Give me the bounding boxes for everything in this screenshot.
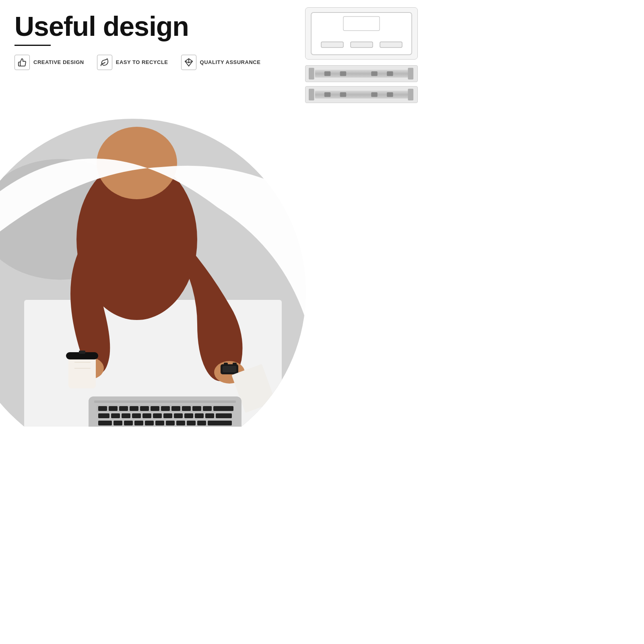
svg-rect-47 xyxy=(151,406,159,411)
svg-rect-72 xyxy=(166,421,175,425)
page-container: Useful design CREATIVE DESIGN xyxy=(0,0,427,427)
thumbs-up-icon-box xyxy=(14,55,30,70)
svg-rect-74 xyxy=(187,421,196,425)
svg-rect-2 xyxy=(311,12,412,55)
feature-label-creative-design: CREATIVE DESIGN xyxy=(33,59,84,65)
svg-rect-69 xyxy=(134,421,143,425)
svg-rect-5 xyxy=(351,42,373,47)
svg-rect-65 xyxy=(216,413,232,418)
svg-rect-61 xyxy=(174,413,183,418)
svg-rect-36 xyxy=(233,363,237,366)
svg-rect-11 xyxy=(340,71,347,76)
svg-rect-54 xyxy=(98,413,109,418)
svg-rect-55 xyxy=(111,413,120,418)
svg-rect-71 xyxy=(155,421,164,425)
svg-rect-57 xyxy=(132,413,141,418)
svg-rect-53 xyxy=(213,406,233,411)
svg-rect-44 xyxy=(119,406,128,411)
svg-rect-37 xyxy=(223,366,236,372)
svg-rect-43 xyxy=(109,406,118,411)
svg-rect-18 xyxy=(340,92,347,97)
diamond-icon xyxy=(184,58,193,67)
svg-rect-62 xyxy=(184,413,193,418)
svg-rect-76 xyxy=(208,421,232,425)
feature-item-creative-design: CREATIVE DESIGN xyxy=(14,55,84,70)
svg-rect-75 xyxy=(197,421,206,425)
svg-rect-52 xyxy=(203,406,212,411)
svg-rect-40 xyxy=(94,400,236,403)
svg-rect-56 xyxy=(122,413,130,418)
leaf-icon xyxy=(100,58,109,67)
main-scene xyxy=(0,78,314,427)
feature-item-easy-recycle: EASY TO RECYCLE xyxy=(97,55,168,70)
svg-rect-35 xyxy=(224,363,228,366)
svg-rect-20 xyxy=(387,92,393,97)
product-images-panel xyxy=(305,7,418,103)
svg-rect-58 xyxy=(142,413,151,418)
svg-rect-60 xyxy=(163,413,172,418)
svg-rect-4 xyxy=(321,42,343,47)
svg-rect-16 xyxy=(408,89,413,100)
leaf-icon-box xyxy=(97,55,112,70)
svg-rect-46 xyxy=(140,406,149,411)
svg-rect-19 xyxy=(371,92,378,97)
svg-rect-64 xyxy=(205,413,214,418)
svg-rect-49 xyxy=(171,406,180,411)
main-scene-svg xyxy=(0,78,314,427)
svg-rect-63 xyxy=(195,413,204,418)
svg-rect-10 xyxy=(324,71,331,76)
svg-rect-12 xyxy=(371,71,378,76)
svg-rect-50 xyxy=(182,406,191,411)
diamond-icon-box xyxy=(181,55,196,70)
svg-rect-70 xyxy=(145,421,154,425)
svg-rect-6 xyxy=(380,42,402,47)
rail-image-1 xyxy=(305,65,418,82)
svg-rect-66 xyxy=(98,421,112,425)
svg-rect-48 xyxy=(161,406,170,411)
product-box-svg xyxy=(309,10,414,57)
svg-rect-67 xyxy=(114,421,122,425)
title-underline xyxy=(14,45,51,46)
svg-rect-17 xyxy=(324,92,331,97)
svg-rect-32 xyxy=(79,351,85,354)
svg-rect-68 xyxy=(124,421,133,425)
rail-image-2 xyxy=(305,86,418,103)
svg-rect-9 xyxy=(408,68,413,79)
rail-svg-1 xyxy=(309,66,414,81)
thumbs-up-icon xyxy=(18,58,27,67)
feature-item-quality: QUALITY ASSURANCE xyxy=(181,55,261,70)
svg-rect-51 xyxy=(192,406,201,411)
feature-label-easy-recycle: EASY TO RECYCLE xyxy=(116,59,168,65)
svg-rect-59 xyxy=(153,413,162,418)
svg-rect-45 xyxy=(130,406,138,411)
svg-rect-42 xyxy=(98,406,107,411)
svg-rect-28 xyxy=(68,356,96,388)
product-box-image xyxy=(305,7,418,60)
rails-container xyxy=(305,65,418,103)
svg-rect-73 xyxy=(176,421,185,425)
feature-label-quality: QUALITY ASSURANCE xyxy=(200,59,261,65)
rail-svg-2 xyxy=(309,87,414,102)
svg-rect-13 xyxy=(387,71,393,76)
svg-rect-7 xyxy=(309,68,314,79)
